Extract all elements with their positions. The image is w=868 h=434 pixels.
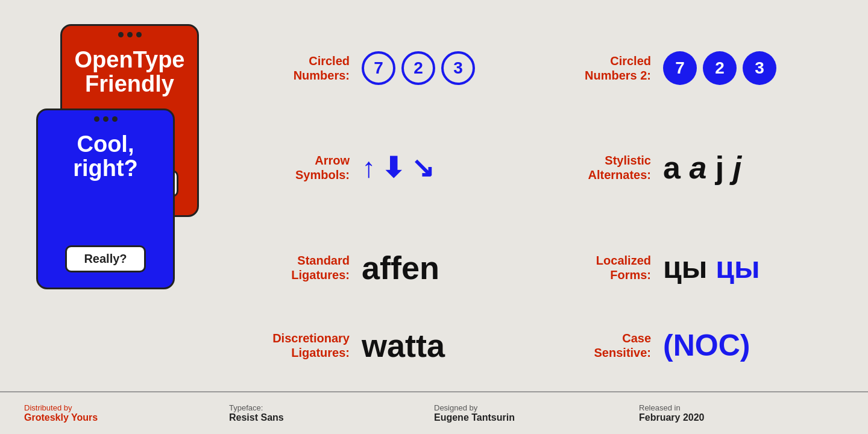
stylistic-a-regular: a: [663, 150, 689, 185]
footer-distributed-value: Groteskly Yours: [24, 412, 229, 423]
circled-numbers-2-value: 7 2 3: [663, 51, 776, 85]
circled-2-filled: 2: [703, 51, 737, 85]
feature-localized-forms: LocalizedForms: цы цы: [542, 218, 844, 318]
localized-cyrillic-blue: цы: [715, 251, 760, 285]
phone-front-button: Really?: [65, 245, 145, 272]
page-container: OpenType Friendly Awesome! Cool, right? …: [0, 0, 868, 434]
circled-numbers-label: CircledNumbers:: [253, 54, 350, 83]
phone-front-dot-1: [94, 116, 99, 122]
localized-forms-value: цы цы: [663, 250, 760, 285]
arrow-diagonal-icon: ↘: [411, 154, 435, 181]
circled-7-filled: 7: [663, 51, 697, 85]
phone-back-top-bar: [118, 26, 142, 42]
phone-dot-2: [127, 32, 133, 37]
circled-numbers-2-label: CircledNumbers 2:: [555, 54, 651, 83]
feature-discretionary-ligatures: DiscretionaryLigatures: watta: [241, 318, 542, 373]
feature-circled-numbers: CircledNumbers: 7 2 3: [241, 18, 542, 118]
phone-dot-1: [118, 32, 124, 37]
stylistic-alternates-label: StylisticAlternates:: [555, 153, 651, 182]
footer-typeface: Typeface: Resist Sans: [229, 403, 434, 423]
stylistic-alternates-value: a a j j: [663, 149, 741, 186]
footer-designer: Designed by Eugene Tantsurin: [434, 403, 639, 423]
stylistic-j-regular: j: [715, 150, 733, 185]
footer-release: Released in February 2020: [639, 403, 844, 423]
footer-released-value: February 2020: [639, 412, 844, 423]
phone-dot-3: [136, 32, 142, 37]
arrow-down-circle-icon: ⬇: [382, 154, 405, 181]
circled-7-outline: 7: [362, 51, 395, 85]
feature-arrow-symbols: ArrowSymbols: ↑ ⬇ ↘: [241, 118, 542, 218]
footer-distributed-label: Distributed by: [24, 403, 229, 412]
arrow-symbols-value: ↑ ⬇ ↘: [362, 154, 435, 181]
standard-ligatures-value: affen: [362, 249, 439, 286]
phone-front-dot-2: [103, 116, 108, 122]
feature-standard-ligatures: StandardLigatures: affen: [241, 218, 542, 318]
footer-designed-label: Designed by: [434, 403, 639, 412]
circled-3-outline: 3: [441, 51, 475, 85]
stylistic-j-alt: j: [733, 150, 741, 185]
arrow-symbols-label: ArrowSymbols:: [253, 153, 350, 182]
content-area: OpenType Friendly Awesome! Cool, right? …: [0, 0, 868, 391]
footer-distributed: Distributed by Groteskly Yours: [24, 403, 229, 423]
feature-case-sensitive: CaseSensitive: (NOC): [542, 318, 844, 373]
discretionary-ligatures-label: DiscretionaryLigatures:: [253, 331, 350, 360]
stylistic-a-alt: a: [689, 150, 715, 185]
discretionary-ligatures-value: watta: [362, 327, 445, 364]
footer-typeface-value: Resist Sans: [229, 412, 434, 423]
arrow-up-icon: ↑: [362, 154, 376, 181]
feature-circled-numbers-2: CircledNumbers 2: 7 2 3: [542, 18, 844, 118]
circled-2-outline: 2: [401, 51, 435, 85]
standard-ligatures-label: StandardLigatures:: [253, 253, 350, 282]
footer-released-label: Released in: [639, 403, 844, 412]
phone-section: OpenType Friendly Awesome! Cool, right? …: [24, 18, 217, 373]
phone-front-top-bar: [94, 110, 118, 127]
phone-front-title: Cool, right?: [38, 127, 173, 245]
localized-forms-label: LocalizedForms:: [555, 253, 651, 282]
circled-numbers-value: 7 2 3: [362, 51, 475, 85]
footer-typeface-label: Typeface:: [229, 403, 434, 412]
case-sensitive-value: (NOC): [663, 328, 750, 363]
case-sensitive-label: CaseSensitive:: [555, 331, 651, 360]
footer-designed-value: Eugene Tantsurin: [434, 412, 639, 423]
feature-stylistic-alternates: StylisticAlternates: a a j j: [542, 118, 844, 218]
phone-front-dot-3: [112, 116, 118, 122]
circled-3-filled: 3: [743, 51, 776, 85]
localized-cyrillic-dark: цы: [663, 251, 715, 285]
features-section: CircledNumbers: 7 2 3 CircledNumbers 2: …: [217, 18, 844, 373]
footer: Distributed by Groteskly Yours Typeface:…: [0, 391, 868, 434]
phone-front: Cool, right? Really?: [36, 108, 175, 289]
